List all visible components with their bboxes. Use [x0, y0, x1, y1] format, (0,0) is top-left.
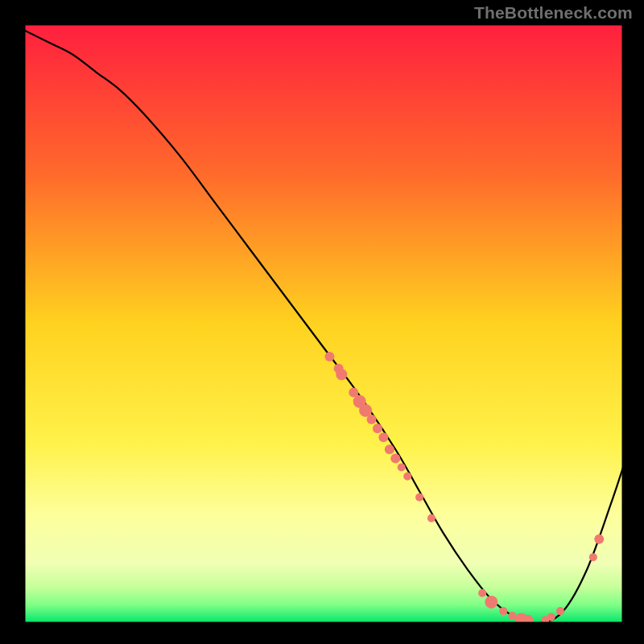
data-point	[378, 432, 388, 442]
data-point	[336, 369, 347, 380]
watermark-text: TheBottleneck.com	[474, 3, 633, 23]
data-point	[556, 607, 564, 615]
bottleneck-chart	[0, 0, 644, 644]
data-point	[427, 514, 436, 522]
data-point	[478, 589, 486, 597]
plot-background	[24, 24, 623, 623]
data-point	[521, 615, 534, 628]
chart-stage: TheBottleneck.com	[0, 0, 644, 644]
data-point	[390, 453, 400, 463]
data-point	[415, 493, 423, 502]
data-point	[385, 444, 394, 454]
data-point	[367, 415, 377, 424]
data-point	[373, 423, 382, 433]
data-point	[324, 352, 334, 361]
data-point	[547, 613, 555, 621]
data-point	[485, 596, 497, 609]
data-point	[403, 473, 411, 481]
data-point	[398, 464, 406, 472]
data-point	[499, 607, 507, 615]
data-point	[594, 535, 604, 544]
data-point	[589, 553, 597, 561]
